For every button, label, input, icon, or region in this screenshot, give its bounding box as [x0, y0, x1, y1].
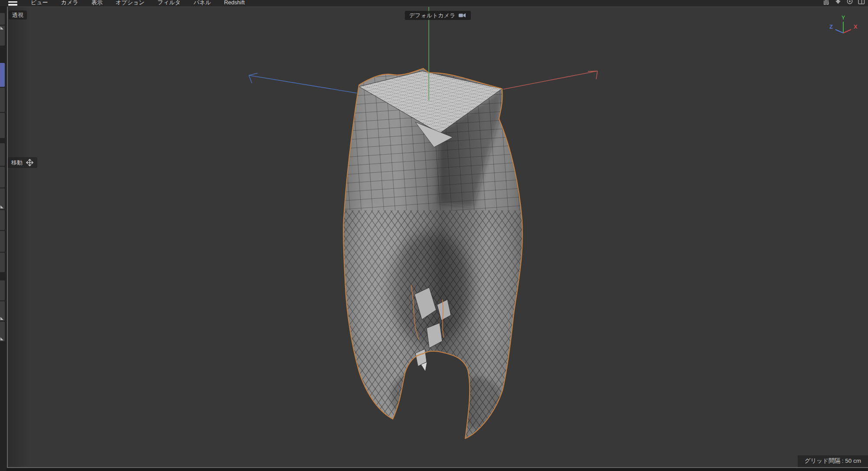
menu-panel[interactable]: パネル	[187, 0, 217, 6]
gizmo-y-label: Y	[842, 14, 845, 21]
pan-hand-icon[interactable]	[822, 0, 830, 5]
menu-options[interactable]: オプション	[109, 0, 151, 6]
active-tool-badge: 移動	[8, 157, 37, 168]
toolbar-tile[interactable]	[0, 113, 5, 138]
view-mode-label[interactable]: 透視	[9, 10, 27, 20]
toolbar-tile[interactable]	[0, 13, 5, 25]
left-toolbar-strip	[0, 6, 7, 471]
tooth-mesh-object[interactable]	[329, 59, 537, 453]
toolbar-tile[interactable]	[0, 143, 5, 166]
menu-view[interactable]: ビュー	[24, 0, 55, 6]
gizmo-x-axis	[843, 30, 851, 33]
bottom-window-edge	[0, 468, 868, 471]
camera-icon	[458, 13, 467, 18]
tool-label: 移動	[11, 159, 23, 166]
gizmo-z-label: Z	[829, 23, 833, 30]
toolbar-tile[interactable]	[0, 280, 5, 300]
toolbar-tile[interactable]	[0, 167, 5, 188]
viewport-menubar: ビュー カメラ 表示 オプション フィルタ パネル Redshift	[0, 0, 868, 6]
grid-spacing-status: グリッド間隔 : 50 cm	[798, 455, 868, 467]
menu-redshift[interactable]: Redshift	[217, 0, 251, 6]
camera-badge-label: デフォルトカメラ	[409, 12, 455, 19]
render-region-icon[interactable]	[846, 0, 854, 5]
3d-viewport[interactable]: 透視 デフォルトカメラ 移動 Y	[7, 7, 868, 468]
toolbar-tile[interactable]	[0, 210, 5, 230]
toolbar-tile[interactable]	[0, 253, 5, 272]
download-arrow-icon[interactable]	[834, 0, 842, 5]
menu-filter[interactable]: フィルタ	[151, 0, 187, 6]
gizmo-z-axis	[835, 30, 843, 33]
toolbar-tile[interactable]	[0, 231, 5, 252]
split-layout-icon[interactable]	[858, 0, 865, 5]
scene-canvas[interactable]	[8, 7, 868, 467]
menu-camera[interactable]: カメラ	[55, 0, 85, 6]
hamburger-menu-icon[interactable]	[8, 0, 17, 6]
camera-badge[interactable]: デフォルトカメラ	[405, 11, 471, 20]
menu-display[interactable]: 表示	[85, 0, 109, 6]
gizmo-x-label: X	[854, 23, 858, 30]
toolbar-tile[interactable]	[0, 88, 5, 112]
cinema4d-viewport-window: ビュー カメラ 表示 オプション フィルタ パネル Redshift	[0, 0, 868, 471]
axis-orientation-gizmo[interactable]: Y Z X	[824, 13, 863, 44]
move-icon	[26, 158, 34, 167]
toolbar-tile-active[interactable]	[0, 63, 5, 87]
axis-z-line	[249, 73, 357, 93]
axis-x-line	[503, 71, 598, 89]
